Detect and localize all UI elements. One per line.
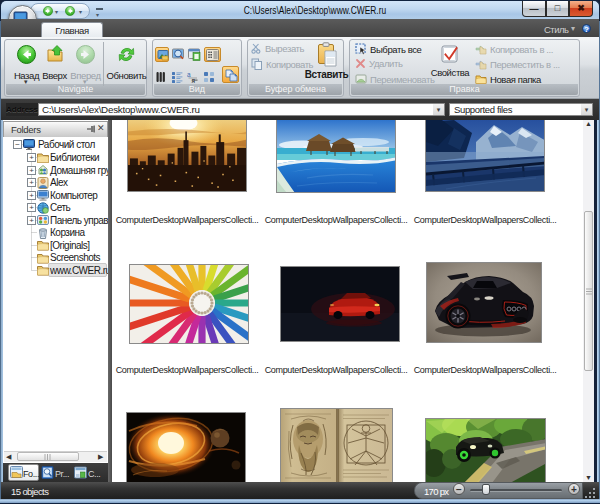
svg-text:a: a xyxy=(187,71,191,78)
